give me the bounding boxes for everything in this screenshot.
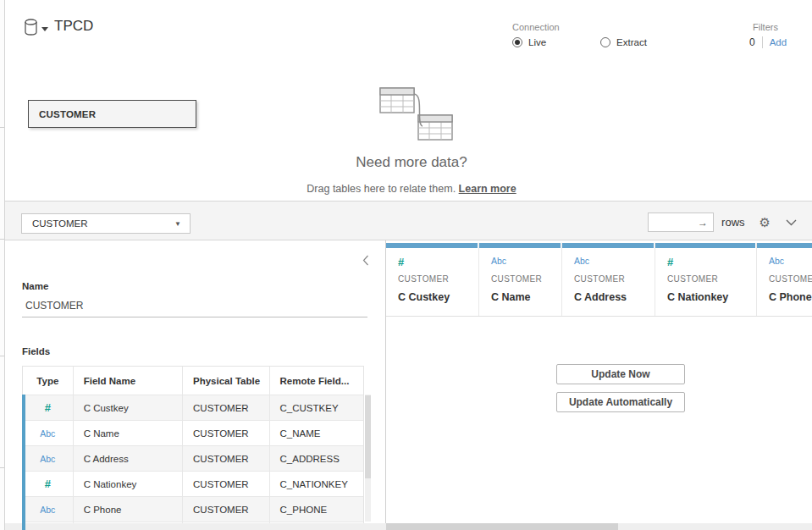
- field-row[interactable]: # C Custkey CUSTOMER C_CUSTKEY: [23, 395, 363, 421]
- radio-circle-icon[interactable]: [600, 37, 610, 47]
- fields-table-scrollbar-thumb[interactable]: [365, 395, 371, 478]
- apply-rows-arrow-icon[interactable]: →: [698, 217, 708, 229]
- string-type-icon: Abc: [769, 256, 784, 266]
- dropdown-caret-icon: ▼: [174, 220, 181, 228]
- string-type-icon: Abc: [574, 256, 589, 266]
- filters-count: 0: [749, 36, 755, 48]
- preview-column[interactable]: Abc CUSTOMER C Name: [479, 243, 562, 316]
- pane-tick: [0, 356, 4, 356]
- pane-tick: [0, 239, 4, 240]
- column-accent-bar: [562, 243, 654, 248]
- number-type-icon: #: [45, 401, 51, 414]
- col-header-field-name[interactable]: Field Name: [74, 367, 183, 395]
- col-header-physical-table[interactable]: Physical Table: [183, 367, 270, 395]
- connection-label: Connection: [512, 22, 560, 32]
- datasource-title[interactable]: TPCD: [54, 18, 93, 35]
- table-details-panel: Name Fields Type Field Name Physical Tab…: [5, 241, 385, 530]
- number-type-icon: #: [398, 256, 404, 268]
- collapsed-left-pane-edge[interactable]: [0, 0, 5, 530]
- gear-icon[interactable]: ⚙: [760, 216, 771, 229]
- fields-table-header-row: Type Field Name Physical Table Remote Fi…: [23, 367, 363, 395]
- database-icon[interactable]: [24, 19, 38, 36]
- filters-row: 0 Add: [749, 36, 787, 48]
- field-row[interactable]: Abc C Address CUSTOMER C_ADDRESS: [23, 446, 363, 472]
- relationship-canvas: TPCD Connection Live Extract Filters 0 A…: [5, 0, 812, 201]
- relate-tables-illustration: [371, 83, 459, 144]
- rows-label: rows: [721, 216, 744, 229]
- data-preview-grid: # CUSTOMER C Custkey Abc CUSTOMER C Name…: [386, 240, 812, 523]
- update-now-button[interactable]: Update Now: [556, 364, 685, 384]
- logical-table-customer[interactable]: CUSTOMER: [28, 100, 196, 128]
- radio-live[interactable]: Live: [512, 37, 546, 47]
- empty-state-subtitle: Drag tables here to relate them. Learn m…: [200, 183, 623, 195]
- column-accent-bar: [479, 243, 561, 248]
- radio-extract[interactable]: Extract: [600, 37, 647, 47]
- field-row[interactable]: Abc C Phone CUSTOMER C_PHONE: [23, 497, 363, 522]
- empty-state-title: Need more data?: [259, 154, 564, 171]
- rows-controls: → rows ⚙: [648, 213, 798, 232]
- fields-label: Fields: [22, 346, 50, 356]
- radio-circle-icon[interactable]: [512, 37, 522, 47]
- preview-column[interactable]: # CUSTOMER C Custkey: [386, 243, 479, 316]
- name-label: Name: [22, 281, 48, 291]
- fields-table: Type Field Name Physical Table Remote Fi…: [22, 366, 364, 530]
- string-type-icon: Abc: [491, 256, 506, 266]
- string-type-icon: Abc: [40, 428, 55, 439]
- connection-radio-group: Live Extract: [512, 37, 647, 47]
- preview-column[interactable]: Abc CUSTOMER C Phone: [757, 243, 812, 316]
- collapse-panel-icon[interactable]: [362, 254, 369, 269]
- database-menu-caret-icon[interactable]: [41, 27, 48, 31]
- column-accent-bar: [757, 243, 812, 248]
- pane-tick: [0, 127, 4, 128]
- preview-header-row: # CUSTOMER C Custkey Abc CUSTOMER C Name…: [386, 243, 812, 317]
- number-type-icon: #: [667, 256, 673, 268]
- number-type-icon: #: [45, 478, 51, 490]
- chevron-down-icon[interactable]: [786, 219, 797, 226]
- learn-more-link[interactable]: Learn more: [459, 183, 516, 195]
- table-select-dropdown[interactable]: CUSTOMER ▼: [21, 213, 191, 234]
- column-accent-bar: [386, 243, 478, 248]
- preview-toolbar: CUSTOMER ▼ → rows ⚙: [5, 201, 812, 240]
- col-header-remote-field[interactable]: Remote Field...: [270, 367, 363, 395]
- string-type-icon: Abc: [40, 454, 55, 464]
- add-filter-link[interactable]: Add: [770, 37, 787, 47]
- horizontal-scrollbar-thumb[interactable]: [386, 523, 618, 530]
- rows-input-wrap: →: [648, 213, 714, 232]
- preview-column[interactable]: # CUSTOMER C Nationkey: [655, 243, 757, 316]
- table-name-input[interactable]: [25, 300, 366, 312]
- filters-divider: [762, 36, 763, 48]
- field-row[interactable]: Abc C Name CUSTOMER C_NAME: [23, 421, 363, 446]
- column-accent-bar: [655, 243, 755, 248]
- preview-column[interactable]: Abc CUSTOMER C Address: [562, 243, 655, 316]
- name-input-underline: [22, 317, 367, 317]
- rows-count-input[interactable]: [649, 213, 696, 231]
- tableau-datasource-page: TPCD Connection Live Extract Filters 0 A…: [0, 0, 812, 530]
- fields-table-accent-bar: [22, 395, 25, 530]
- col-header-type[interactable]: Type: [23, 367, 74, 395]
- field-row[interactable]: # C Nationkey CUSTOMER C_NATIONKEY: [23, 472, 363, 497]
- pane-tick: [0, 467, 4, 468]
- string-type-icon: Abc: [40, 505, 55, 515]
- filters-label: Filters: [753, 22, 778, 32]
- update-automatically-button[interactable]: Update Automatically: [556, 392, 685, 412]
